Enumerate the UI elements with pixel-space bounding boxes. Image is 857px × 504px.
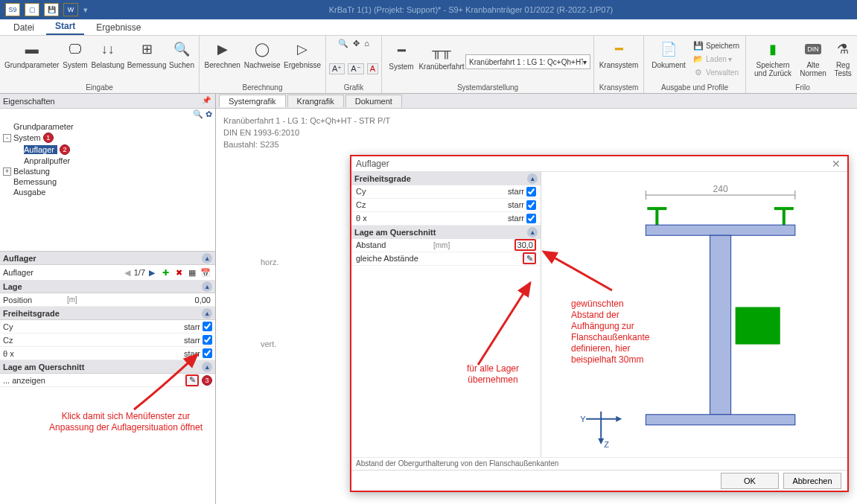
collapse-section-icon[interactable]: ▴ bbox=[202, 362, 212, 372]
collapse-section-icon[interactable]: ▴ bbox=[202, 253, 212, 264]
rbtn-bemessung[interactable]: ⊞Bemessung bbox=[126, 37, 168, 80]
rbtn-berechnen[interactable]: ▶Berechnen bbox=[203, 37, 242, 80]
ok-button[interactable]: OK bbox=[721, 473, 779, 489]
rbtn-verwalten[interactable]: ⚙Verwalten bbox=[690, 66, 742, 79]
first-icon[interactable]: ◀ bbox=[121, 267, 133, 278]
tree-system[interactable]: -System1 bbox=[3, 132, 212, 144]
menu-datei[interactable]: Datei bbox=[4, 20, 43, 35]
rbtn-label: Reg Tests bbox=[831, 61, 855, 77]
dialog-title: Auflager bbox=[356, 159, 389, 169]
menu-ergebnisse[interactable]: Ergebnisse bbox=[87, 20, 150, 35]
prop-unit: [m] bbox=[67, 296, 97, 304]
rbtn-regtests[interactable]: ⚗Reg Tests bbox=[829, 37, 856, 80]
delete-icon[interactable]: ✖ bbox=[173, 267, 185, 278]
rbtn-save-back[interactable]: ▮Speichern und Zurück bbox=[749, 37, 797, 80]
group-label: Kransystem bbox=[597, 83, 640, 93]
dialog-status: Abstand der Obergurthalterung von den Fl… bbox=[351, 457, 847, 470]
save-icon[interactable]: 💾 bbox=[44, 3, 59, 16]
cy-checkbox[interactable] bbox=[203, 322, 212, 331]
prop-value[interactable]: 0,00 bbox=[97, 296, 215, 304]
combo-kranueberfahrt[interactable]: Kranüberfahrt 1 : LG 1: Qc+Qh+HT - S ▾ bbox=[465, 54, 590, 69]
rbtn-system2[interactable]: ━System bbox=[385, 39, 418, 82]
pin-icon[interactable]: 📌 bbox=[202, 96, 212, 106]
pan-icon[interactable]: ✥ bbox=[353, 39, 360, 48]
rbtn-label: Dokument bbox=[651, 61, 686, 69]
tree-belastung[interactable]: +Belastung bbox=[3, 166, 212, 176]
rbtn-dokument[interactable]: 📄Dokument bbox=[647, 37, 690, 80]
annotation-3: gewünschten Abstand der Aufhängung zur F… bbox=[571, 299, 668, 366]
cancel-button[interactable]: Abbrechen bbox=[783, 473, 841, 489]
prop-key: Cz bbox=[0, 336, 67, 345]
font-bigger[interactable]: A⁺ bbox=[329, 63, 345, 74]
grid-icon[interactable]: ▦ bbox=[186, 267, 198, 278]
tree-anprallpuffer[interactable]: Anprallpuffer bbox=[3, 156, 212, 166]
rbtn-system[interactable]: 🖵System bbox=[60, 37, 89, 80]
collapse-section-icon[interactable]: ▴ bbox=[202, 281, 212, 292]
rbtn-grundparameter[interactable]: ▬Grundparameter bbox=[3, 37, 60, 80]
dlg-cz-checkbox[interactable] bbox=[526, 200, 536, 210]
menu-start[interactable]: Start bbox=[46, 19, 84, 35]
rbtn-label: System bbox=[389, 63, 413, 71]
system-icon: 🖵 bbox=[65, 39, 86, 60]
combo-value: Kranüberfahrt 1 : LG 1: Qc+Qh+HT - S bbox=[469, 58, 583, 66]
home-icon[interactable]: ⌂ bbox=[364, 39, 369, 48]
collapse-icon[interactable]: - bbox=[3, 134, 11, 142]
prop-key: ... anzeigen bbox=[0, 376, 67, 385]
app-icon[interactable]: S9 bbox=[5, 3, 20, 16]
tree-grundparameter[interactable]: Grundparameter bbox=[3, 121, 212, 132]
edit-auflager-button[interactable]: ✎ bbox=[185, 374, 199, 386]
next-icon[interactable]: ▶ bbox=[146, 267, 158, 278]
crane-sys-icon: ━ bbox=[608, 39, 629, 60]
rbtn-speichern[interactable]: 💾Speichern bbox=[690, 39, 742, 52]
tree-ausgabe[interactable]: Ausgabe bbox=[3, 187, 212, 197]
prop-key: gleiche Abstände bbox=[351, 254, 433, 263]
collapse-section-icon[interactable]: ▴ bbox=[527, 227, 538, 237]
zoom-icon[interactable]: 🔍 bbox=[338, 39, 348, 48]
collapse-section-icon[interactable]: ▴ bbox=[527, 173, 538, 184]
annotation-1: Klick damit sich Menüfenster zur Anpassu… bbox=[40, 411, 211, 433]
rbtn-alte-normen[interactable]: DINAlte Normen bbox=[797, 37, 829, 80]
section-title: Auflager bbox=[3, 254, 36, 263]
close-icon[interactable]: ✕ bbox=[829, 157, 843, 170]
tab-dokument[interactable]: Dokument bbox=[345, 95, 402, 107]
font-smaller[interactable]: A⁻ bbox=[348, 63, 363, 74]
apply-all-button[interactable]: ✎ bbox=[523, 252, 536, 264]
new-doc-icon[interactable]: ▢ bbox=[25, 3, 39, 16]
word-icon[interactable]: W bbox=[63, 3, 78, 16]
abstand-value[interactable]: 30,0 bbox=[514, 239, 536, 251]
rbtn-ergebnisse[interactable]: ▷Ergebnisse bbox=[282, 37, 322, 80]
beam-icon: ━ bbox=[391, 40, 412, 61]
rbtn-kranueberfahrt[interactable]: ╥╥Kranüberfahrt bbox=[418, 39, 465, 82]
cz-checkbox[interactable] bbox=[203, 335, 212, 345]
calc-icon: ▶ bbox=[212, 39, 233, 60]
badge-2: 2 bbox=[60, 144, 70, 155]
badge-1: 1 bbox=[43, 133, 54, 143]
rbtn-suchen[interactable]: 🔍Suchen bbox=[168, 37, 196, 80]
crane-icon: ╥╥ bbox=[431, 40, 452, 61]
group-label: Eingabe bbox=[3, 83, 196, 93]
rbtn-label: Ergebnisse bbox=[284, 61, 321, 69]
collapse-section-icon[interactable]: ▴ bbox=[202, 308, 212, 319]
tab-systemgrafik[interactable]: Systemgrafik bbox=[219, 95, 286, 107]
rbtn-laden[interactable]: 📂Laden▾ bbox=[690, 52, 742, 66]
expand-icon[interactable]: + bbox=[3, 168, 11, 176]
rbtn-kransystem[interactable]: ━Kransystem bbox=[597, 37, 640, 80]
cal-icon[interactable]: 📅 bbox=[200, 267, 211, 278]
tree-bemessung[interactable]: Bemessung bbox=[3, 176, 212, 187]
dlg-cy-checkbox[interactable] bbox=[526, 187, 536, 197]
font-color[interactable]: A bbox=[367, 63, 378, 74]
section-title: Lage bbox=[3, 282, 22, 291]
add-icon[interactable]: ✚ bbox=[159, 267, 171, 278]
rbtn-label: System bbox=[63, 61, 87, 69]
tree-auflager[interactable]: Auflager2 bbox=[3, 144, 212, 156]
rbtn-nachweise[interactable]: ◯Nachweise bbox=[242, 37, 281, 80]
tab-krangrafik[interactable]: Krangrafik bbox=[287, 95, 344, 107]
search-tree-icon[interactable]: 🔍 bbox=[193, 109, 203, 118]
prop-value: starr bbox=[184, 322, 200, 331]
svg-text:Y: Y bbox=[580, 414, 586, 423]
dlg-thx-checkbox[interactable] bbox=[526, 214, 536, 223]
thx-checkbox[interactable] bbox=[203, 348, 212, 358]
rbtn-belastung[interactable]: ↓↓Belastung bbox=[90, 37, 126, 80]
axis-vert: vert. bbox=[261, 339, 276, 348]
gear-tree-icon[interactable]: ✿ bbox=[206, 109, 212, 118]
